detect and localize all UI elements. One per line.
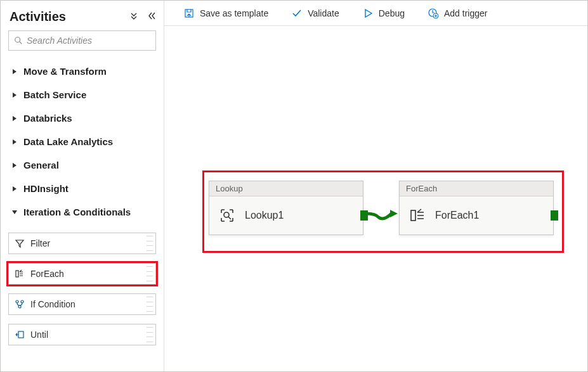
validate-button[interactable]: Validate xyxy=(291,8,339,19)
filter-icon xyxy=(14,238,25,248)
activities-panel: Activities Move & Transform Batch Servic… xyxy=(1,1,164,371)
add-trigger-button[interactable]: Add trigger xyxy=(428,8,487,19)
category-general[interactable]: General xyxy=(8,153,156,177)
svg-rect-6 xyxy=(18,331,23,338)
node-type-label: ForEach xyxy=(400,181,553,196)
activity-foreach[interactable]: ForEach xyxy=(8,263,156,285)
activity-label: If Condition xyxy=(30,299,75,309)
category-label: Data Lake Analytics xyxy=(23,136,113,147)
button-label: Save as template xyxy=(200,8,268,18)
activity-if-condition[interactable]: If Condition xyxy=(8,293,156,315)
category-move-transform[interactable]: Move & Transform xyxy=(8,60,156,83)
category-label: Batch Service xyxy=(23,89,86,100)
foreach-icon xyxy=(14,269,25,279)
drag-handle-icon[interactable] xyxy=(147,236,153,251)
caret-right-icon xyxy=(10,68,20,75)
caret-right-icon xyxy=(10,162,20,169)
svg-point-4 xyxy=(21,300,23,303)
category-batch-service[interactable]: Batch Service xyxy=(8,83,156,106)
caret-down-icon xyxy=(10,209,20,215)
drag-handle-icon[interactable] xyxy=(147,266,153,281)
button-label: Validate xyxy=(308,8,339,18)
svg-point-3 xyxy=(16,300,18,303)
button-label: Add trigger xyxy=(444,8,487,18)
drag-handle-icon[interactable] xyxy=(147,327,153,342)
caret-right-icon xyxy=(10,139,20,145)
checkmark-icon xyxy=(291,8,303,19)
node-name: Lookup1 xyxy=(245,210,284,221)
iteration-activities-list: Filter ForEach If Condition Until xyxy=(8,224,156,345)
template-icon xyxy=(183,8,195,19)
debug-button[interactable]: Debug xyxy=(362,8,405,19)
node-type-label: Lookup xyxy=(209,181,363,196)
svg-rect-12 xyxy=(411,210,415,221)
svg-point-10 xyxy=(224,212,229,217)
pipeline-toolbar: Save as template Validate Debug Add trig… xyxy=(164,1,587,26)
button-label: Debug xyxy=(379,8,405,18)
node-body: Lookup1 xyxy=(209,196,363,234)
svg-line-1 xyxy=(20,42,22,44)
activity-label: Until xyxy=(30,330,48,340)
activity-label: ForEach xyxy=(30,269,64,279)
collapse-panel-icon[interactable] xyxy=(147,11,156,22)
pipeline-canvas[interactable]: Lookup Lookup1 ForEach ForEach1 xyxy=(164,26,587,371)
category-iteration-conditionals[interactable]: Iteration & Conditionals xyxy=(8,200,156,224)
save-template-button[interactable]: Save as template xyxy=(183,8,268,19)
activity-until[interactable]: Until xyxy=(8,324,156,345)
caret-right-icon xyxy=(10,186,20,192)
node-lookup[interactable]: Lookup Lookup1 xyxy=(209,181,363,235)
caret-right-icon xyxy=(10,115,20,122)
activities-search[interactable] xyxy=(8,30,156,51)
category-label: Databricks xyxy=(23,113,72,124)
drag-handle-icon[interactable] xyxy=(147,297,153,312)
node-body: ForEach1 xyxy=(400,196,553,234)
category-hdinsight[interactable]: HDInsight xyxy=(8,177,156,200)
category-data-lake-analytics[interactable]: Data Lake Analytics xyxy=(8,130,156,153)
category-label: Move & Transform xyxy=(23,66,107,77)
until-icon xyxy=(14,330,25,340)
caret-right-icon xyxy=(10,92,20,98)
activity-label: Filter xyxy=(30,238,50,248)
category-label: General xyxy=(23,160,59,170)
activities-title: Activities xyxy=(10,10,66,24)
add-trigger-icon xyxy=(428,8,439,19)
svg-rect-2 xyxy=(16,271,18,277)
svg-line-11 xyxy=(228,217,231,219)
lookup-icon xyxy=(218,207,236,224)
activities-header-controls xyxy=(129,11,156,22)
search-icon xyxy=(14,36,23,45)
expand-all-icon[interactable] xyxy=(129,11,138,22)
svg-point-5 xyxy=(18,305,21,308)
output-port[interactable] xyxy=(551,210,558,221)
node-foreach[interactable]: ForEach ForEach1 xyxy=(399,181,554,235)
category-databricks[interactable]: Databricks xyxy=(8,106,156,130)
branch-icon xyxy=(14,299,25,309)
category-label: Iteration & Conditionals xyxy=(23,207,131,217)
activities-search-input[interactable] xyxy=(27,35,150,46)
main-area: Save as template Validate Debug Add trig… xyxy=(164,1,587,371)
svg-point-0 xyxy=(15,37,20,42)
category-label: HDInsight xyxy=(23,183,69,194)
activities-header: Activities xyxy=(8,6,156,30)
connector-lookup-foreach[interactable] xyxy=(366,206,399,221)
node-name: ForEach1 xyxy=(435,210,479,221)
activity-filter[interactable]: Filter xyxy=(8,233,156,254)
play-icon xyxy=(362,8,374,19)
foreach-icon xyxy=(408,207,426,224)
